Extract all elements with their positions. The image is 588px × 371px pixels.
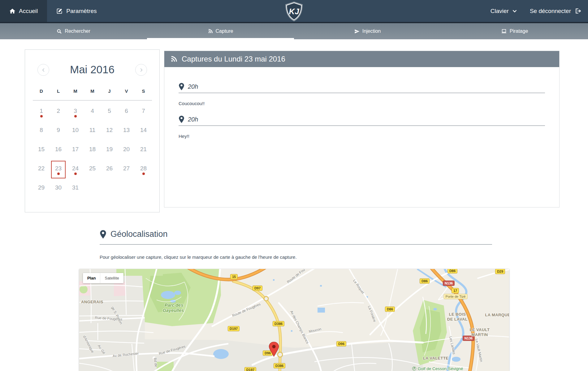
navbar-left: Accueil Paramètres — [0, 0, 106, 22]
captures-header: Captures du Lundi 23 mai 2016 — [164, 51, 559, 67]
calendar-day[interactable]: 13 — [118, 122, 135, 141]
map[interactable]: Plan Satellite 15 D97 D386 D197 D96 D96 … — [79, 269, 509, 371]
geolocation-heading: Géolocalisation — [100, 229, 168, 239]
calendar-day[interactable]: 19 — [101, 141, 118, 160]
map-marker-icon[interactable] — [179, 83, 184, 91]
nav-item-accueil[interactable]: Accueil — [0, 0, 47, 22]
logout-button[interactable]: Se déconnecter — [530, 8, 581, 15]
calendar-day[interactable]: 16 — [50, 141, 67, 160]
map-marker-icon — [100, 230, 106, 239]
calendar-day-empty — [118, 180, 135, 199]
calendar-day[interactable]: 29 — [33, 180, 50, 199]
calendar-day[interactable]: 14 — [135, 122, 152, 141]
calendar-day[interactable]: 1 — [33, 103, 50, 122]
calendar-day[interactable]: 26 — [101, 160, 118, 180]
tab-injection[interactable]: Injection — [294, 23, 441, 39]
capture-entry: 20h Hey!! — [179, 106, 545, 139]
road-shield: D197 — [228, 326, 240, 331]
geolocation-instruction: Pour géolocaliser une capture, cliquez s… — [100, 254, 297, 260]
road-shield: D197 — [244, 367, 256, 371]
rss-icon — [171, 56, 177, 62]
edit-icon — [56, 8, 63, 14]
calendar-day[interactable]: 15 — [33, 141, 50, 160]
road-shield: N136 — [443, 281, 455, 286]
place-label: LA VALETTE — [423, 356, 449, 360]
calendar-day[interactable]: 18 — [84, 141, 101, 160]
calendar-day[interactable]: 28 — [135, 160, 152, 180]
top-navbar: Accueil Paramètres KJ Clavier Se déconne… — [0, 0, 588, 23]
chevron-right-icon — [139, 68, 143, 72]
capture-text: Coucoucou!! — [179, 101, 545, 106]
park-label: Parc des — [165, 303, 183, 308]
capture-text: Hey!! — [179, 134, 545, 139]
calendar-day-selected[interactable]: 23 — [50, 160, 67, 180]
calendar-day[interactable]: 3 — [67, 103, 84, 122]
calendar-day-empty — [84, 180, 101, 199]
golf-label: Golf de Cesson-Sévigné — [412, 366, 463, 371]
calendar-day[interactable]: 4 — [84, 103, 101, 122]
tab-piratage[interactable]: Piratage — [441, 23, 588, 39]
navbar-right: Clavier Se déconnecter — [491, 0, 581, 22]
place-label: LE VAULT — [470, 327, 490, 332]
captures-title: Captures du Lundi 23 mai 2016 — [182, 55, 285, 63]
page: Accueil Paramètres KJ Clavier Se déconne… — [0, 0, 588, 371]
weekday-label: S — [135, 86, 152, 96]
calendar-day[interactable]: 21 — [135, 141, 152, 160]
captures-panel: Captures du Lundi 23 mai 2016 20h Coucou… — [164, 51, 560, 207]
place-label: LA MARQUERA — [485, 313, 509, 317]
calendar-day[interactable]: 2 — [50, 103, 67, 122]
calendar-day-empty — [101, 180, 118, 199]
map-marker-icon[interactable] — [179, 115, 184, 123]
road-shield: D97 — [253, 286, 262, 291]
keyboard-dropdown-label: Clavier — [491, 8, 509, 15]
calendar-day[interactable]: 11 — [84, 122, 101, 141]
map-satellite-button[interactable]: Satellite — [100, 273, 123, 283]
nav-item-label: Accueil — [19, 8, 38, 15]
calendar-day[interactable]: 30 — [50, 180, 67, 199]
calendar-day[interactable]: 22 — [33, 160, 50, 180]
calendar-day[interactable]: 20 — [118, 141, 135, 160]
road-shield: D96 — [336, 341, 346, 347]
geolocation-title: Géolocalisation — [110, 229, 168, 239]
map-plan-button[interactable]: Plan — [83, 273, 100, 283]
geolocation-divider — [100, 244, 492, 245]
search-icon — [57, 29, 62, 34]
tab-capture[interactable]: Capture — [147, 23, 294, 39]
capture-map-marker[interactable] — [268, 342, 279, 358]
calendar-day[interactable]: 12 — [101, 122, 118, 141]
section-tabs: Rechercher Capture Injection Piratage — [0, 23, 588, 39]
send-icon — [354, 29, 360, 34]
app-logo: KJ — [283, 1, 305, 22]
capture-time: 20h — [188, 83, 198, 90]
calendar-day[interactable]: 27 — [118, 160, 135, 180]
golf-icon — [412, 367, 416, 371]
calendar-day[interactable]: 5 — [101, 103, 118, 122]
capture-dot — [74, 173, 77, 175]
calendar-day[interactable]: 10 — [67, 122, 84, 141]
calendar-day-grid: 1 2 3 4 5 6 7 8 9 10 11 12 13 14 15 16 1… — [33, 103, 152, 199]
calendar-next-button[interactable] — [135, 64, 147, 76]
keyboard-dropdown[interactable]: Clavier — [491, 8, 517, 15]
road-shield: D86 — [385, 307, 395, 312]
capture-dot — [40, 115, 43, 117]
road-shield: D86 — [420, 279, 430, 284]
calendar-day[interactable]: 9 — [50, 122, 67, 141]
tab-label: Piratage — [510, 28, 528, 34]
logout-label: Se déconnecter — [530, 8, 571, 15]
calendar-day[interactable]: 17 — [67, 141, 84, 160]
road-shield: D86 — [447, 269, 457, 274]
calendar-day[interactable]: 25 — [84, 160, 101, 180]
calendar-day[interactable]: 8 — [33, 122, 50, 141]
nav-item-parametres[interactable]: Paramètres — [47, 0, 106, 22]
calendar-day[interactable]: 6 — [118, 103, 135, 122]
calendar-day[interactable]: 24 — [67, 160, 84, 180]
capture-divider — [179, 93, 545, 93]
calendar-day[interactable]: 31 — [67, 180, 84, 199]
tab-label: Injection — [362, 28, 381, 34]
calendar-day-empty — [135, 180, 152, 199]
calendar-day[interactable]: 7 — [135, 103, 152, 122]
weekday-label: L — [50, 86, 67, 96]
tab-rechercher[interactable]: Rechercher — [0, 23, 147, 39]
capture-dot — [74, 115, 77, 117]
road-shield: D29 — [495, 269, 505, 274]
